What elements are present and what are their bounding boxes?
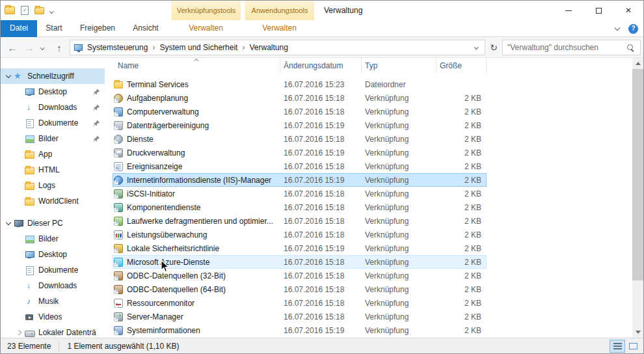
- new-folder-button[interactable]: [34, 7, 44, 14]
- address-dropdown-button[interactable]: [470, 46, 482, 50]
- sidebar-item-bilder[interactable]: Bilder: [1, 231, 105, 247]
- file-row[interactable]: ↗Leistungsüberwachung16.07.2016 15:18Ver…: [113, 228, 487, 241]
- contextual-group-shortcut-tools[interactable]: Verknüpfungstools: [171, 1, 241, 20]
- triangle-up-icon: [636, 62, 641, 65]
- properties-button[interactable]: [21, 6, 29, 15]
- location-icon: [74, 44, 83, 51]
- tab-datei[interactable]: Datei: [1, 20, 37, 37]
- column-headers: Name Änderungsdatum Typ Größe: [105, 58, 632, 74]
- tab-verwalten-shortcut-tools[interactable]: Verwalten: [171, 20, 241, 37]
- file-row[interactable]: ↗Datenträgerbereinigung16.07.2016 15:19V…: [113, 118, 487, 132]
- disk-cleanup-icon: ↗: [114, 121, 123, 130]
- file-row[interactable]: ↗Laufwerke defragmentieren und optimier.…: [113, 214, 487, 228]
- expand-chevron-icon[interactable]: [3, 71, 14, 81]
- expand-chevron-icon[interactable]: [14, 327, 25, 338]
- ribbon-right-controls: [615, 20, 638, 37]
- sidebar-item-app[interactable]: App: [1, 146, 105, 162]
- file-row[interactable]: Terminal Services16.07.2016 15:23Dateior…: [113, 77, 487, 91]
- file-row[interactable]: ↗ODBC-Datenquellen (64-Bit)16.07.2016 15…: [113, 282, 487, 296]
- back-button[interactable]: [5, 37, 20, 58]
- maximize-button[interactable]: [584, 1, 613, 20]
- close-button[interactable]: [613, 1, 643, 20]
- task-scheduler-icon: ↗: [114, 94, 123, 103]
- sidebar-item-videos[interactable]: Videos: [1, 309, 105, 325]
- performance-monitor-icon: ↗: [114, 230, 123, 239]
- help-button[interactable]: [628, 24, 638, 34]
- file-row[interactable]: ↗Aufgabenplanung16.07.2016 15:18Verknüpf…: [113, 91, 487, 105]
- file-name-cell: ↗Server-Manager: [113, 312, 280, 321]
- sidebar-item-desktop[interactable]: Desktop: [1, 247, 105, 262]
- file-name: Ereignisanzeige: [127, 162, 182, 171]
- details-view-button[interactable]: [610, 340, 625, 353]
- sidebar-item-desktop[interactable]: Desktop: [1, 84, 105, 100]
- qat-customize-dropdown[interactable]: [50, 8, 53, 13]
- tab-freigeben[interactable]: Freigeben: [71, 20, 124, 37]
- sidebar-item-dieser-pc[interactable]: Dieser PC: [1, 215, 105, 231]
- file-row[interactable]: ↗Druckverwaltung16.07.2016 15:19Verknüpf…: [113, 146, 487, 159]
- file-name: ODBC-Datenquellen (32-Bit): [127, 271, 226, 280]
- details-view-icon: [613, 343, 622, 349]
- sidebar-item-logs[interactable]: Logs: [1, 178, 105, 193]
- sidebar-item-worldclient[interactable]: WorldClient: [1, 193, 105, 209]
- column-header-size[interactable]: Größe: [436, 58, 487, 74]
- file-row[interactable]: ↗Dienste16.07.2016 15:18Verknüpfung2 KB: [113, 132, 487, 146]
- recent-locations-dropdown[interactable]: [37, 37, 47, 58]
- vertical-scrollbar[interactable]: [632, 58, 643, 338]
- defrag-icon: ↗: [114, 217, 123, 226]
- forward-button[interactable]: [21, 37, 37, 58]
- refresh-button[interactable]: [487, 40, 500, 55]
- file-row[interactable]: ↗Systeminformationen16.07.2016 15:19Verk…: [113, 323, 487, 337]
- file-row[interactable]: ↗Lokale Sicherheitsrichtlinie16.07.2016 …: [113, 241, 487, 255]
- close-icon: [625, 6, 632, 15]
- file-row[interactable]: ↗Ressourcenmonitor16.07.2016 15:18Verknü…: [113, 296, 487, 310]
- file-name: Internetinformationsdienste (IIS)-Manage…: [127, 176, 271, 185]
- breadcrumb-systemsteuerung[interactable]: Systemsteuerung: [87, 43, 148, 52]
- sidebar-item-downloads[interactable]: Downloads: [1, 278, 105, 293]
- shortcut-arrow-badge: ↗: [114, 221, 118, 226]
- file-row[interactable]: ↗Server-Manager16.07.2016 15:18Verknüpfu…: [113, 310, 487, 323]
- tab-verwalten-application-tools[interactable]: Verwalten: [245, 20, 314, 37]
- expand-chevron-icon[interactable]: [3, 218, 14, 228]
- scroll-down-button[interactable]: [632, 327, 643, 338]
- contextual-group-application-tools[interactable]: Anwendungstools: [245, 1, 314, 20]
- up-button[interactable]: [51, 37, 67, 58]
- breadcrumb-system-und-sicherheit[interactable]: System und Sicherheit: [148, 43, 237, 52]
- chevron-down-icon: [40, 46, 44, 49]
- column-header-date[interactable]: Änderungsdatum: [280, 58, 362, 74]
- print-management-icon: ↗: [114, 148, 123, 157]
- file-modified-date: 16.07.2016 15:19: [280, 326, 362, 335]
- sidebar-item-label: App: [38, 150, 52, 159]
- file-row[interactable]: ↗Ereignisanzeige16.07.2016 15:18Verknüpf…: [113, 159, 487, 173]
- file-name-cell: ↗Computerverwaltung: [113, 107, 280, 116]
- sidebar-item-lokaler-datentr[interactable]: Lokaler Datenträ: [1, 325, 105, 338]
- file-type: Verknüpfung: [362, 162, 436, 171]
- file-type: Verknüpfung: [362, 148, 436, 157]
- sidebar-item-dokumente[interactable]: Dokumente: [1, 115, 105, 131]
- file-name-cell: ↗ODBC-Datenquellen (32-Bit): [113, 271, 280, 280]
- file-row[interactable]: ↗Computerverwaltung16.07.2016 15:18Verkn…: [113, 105, 487, 118]
- minimize-button[interactable]: [554, 1, 584, 20]
- pin-icon: [93, 104, 100, 111]
- column-header-type[interactable]: Typ: [362, 58, 436, 74]
- ribbon-expand-button[interactable]: [615, 26, 619, 32]
- tab-ansicht[interactable]: Ansicht: [124, 20, 167, 37]
- file-row[interactable]: ↗Komponentendienste16.07.2016 15:18Verkn…: [113, 200, 487, 214]
- tab-start[interactable]: Start: [37, 20, 71, 37]
- address-bar[interactable]: Systemsteuerung System und Sicherheit Ve…: [70, 40, 485, 55]
- breadcrumb-verwaltung[interactable]: Verwaltung: [237, 43, 288, 52]
- sidebar-item-schnellzugriff[interactable]: Schnellzugriff: [1, 68, 105, 84]
- scroll-up-button[interactable]: [632, 58, 643, 69]
- thumbnails-view-button[interactable]: [625, 340, 641, 353]
- drive-icon: [25, 328, 34, 338]
- sidebar-item-musik[interactable]: Musik: [1, 293, 105, 309]
- column-header-name[interactable]: Name: [113, 58, 280, 74]
- file-row[interactable]: ↗iSCSI-Initiator16.07.2016 15:18Verknüpf…: [113, 187, 487, 200]
- search-input[interactable]: [503, 43, 625, 52]
- sidebar-item-bilder[interactable]: Bilder: [1, 131, 105, 146]
- sidebar-item-dokumente[interactable]: Dokumente: [1, 262, 105, 278]
- sidebar-item-downloads[interactable]: Downloads: [1, 100, 105, 115]
- file-row[interactable]: ↗Internetinformationsdienste (IIS)-Manag…: [113, 173, 487, 187]
- sidebar-item-html[interactable]: HTML: [1, 162, 105, 178]
- scrollbar-thumb[interactable]: [632, 69, 643, 280]
- chevron-spacer: [14, 102, 25, 113]
